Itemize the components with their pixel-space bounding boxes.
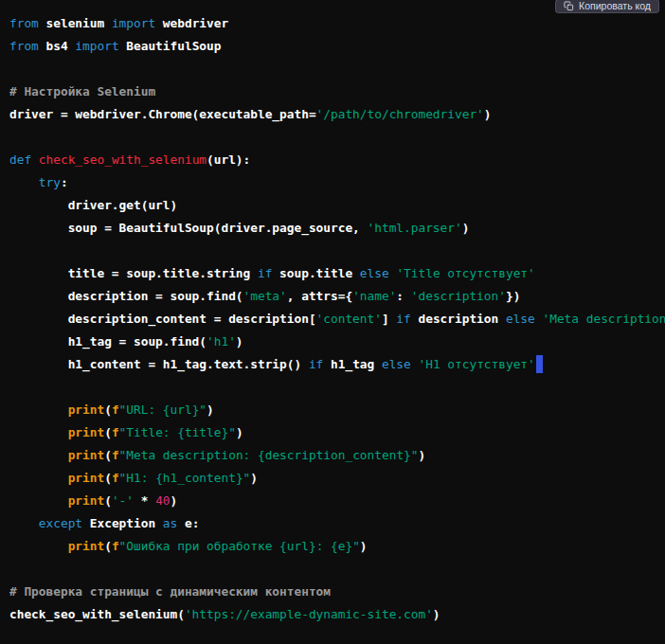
code-line: print(f"URL: {url}") (9, 399, 665, 421)
copy-code-button[interactable]: Копировать код (555, 0, 659, 13)
code-line: print(f"H1: {h1_content}") (9, 467, 665, 490)
code-line: def check_seo_with_selenium(url): (9, 149, 665, 171)
code-line: # Настройка Selenium (9, 80, 665, 103)
code-line: # Проверка страницы с динамическим конте… (9, 581, 665, 603)
code-line: check_seo_with_selenium('https://example… (9, 603, 665, 626)
code-line: title = soup.title.string if soup.title … (9, 262, 665, 285)
code-line: print(f"Title: {title}") (9, 421, 665, 444)
code-line: try: (9, 171, 665, 194)
code-line: print(f"Meta description: {description_c… (9, 444, 665, 467)
code-line: driver = webdriver.Chrome(executable_pat… (9, 103, 665, 126)
code-line: print('-' * 40) (9, 490, 665, 512)
code-line: soup = BeautifulSoup(driver.page_source,… (9, 217, 665, 240)
copy-button-label: Копировать код (579, 1, 651, 11)
code-line (9, 126, 665, 149)
code-line: print(f"Ошибка при обработке {url}: {e}"… (9, 535, 665, 558)
code-line: driver.get(url) (9, 194, 665, 217)
code-line (9, 58, 665, 80)
code-line (9, 240, 665, 262)
code-line: except Exception as e: (9, 512, 665, 535)
code-block: from selenium import webdriverfrom bs4 i… (0, 0, 665, 644)
code-line: description = soup.find('meta', attrs={'… (9, 285, 665, 308)
code-line: description_content = description['conte… (9, 308, 665, 331)
code-line: from bs4 import BeautifulSoup (9, 35, 665, 58)
code-line: from selenium import webdriver (9, 12, 665, 35)
code-line (9, 376, 665, 399)
code-line (9, 558, 665, 581)
code-line: h1_tag = soup.find('h1') (9, 331, 665, 353)
copy-icon (564, 1, 574, 11)
code-lines: from selenium import webdriverfrom bs4 i… (9, 12, 665, 626)
text-cursor (536, 355, 543, 373)
code-line: h1_content = h1_tag.text.strip() if h1_t… (9, 353, 665, 376)
